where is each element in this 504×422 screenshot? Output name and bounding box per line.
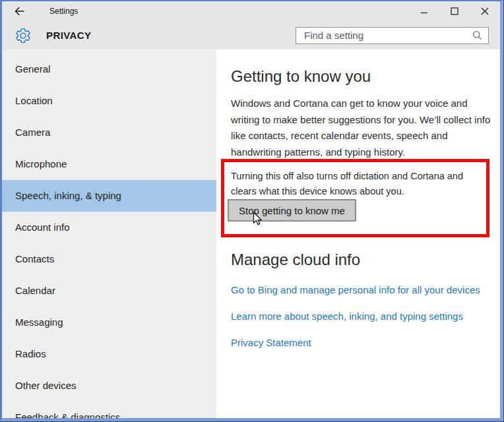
search-box[interactable]	[296, 27, 489, 44]
window-controls	[409, 1, 500, 21]
link-bing-personal-info[interactable]: Go to Bing and manage personal info for …	[231, 284, 480, 295]
section-heading-manage-cloud-info: Manage cloud info	[231, 251, 360, 269]
back-button[interactable]	[6, 1, 32, 21]
window-outer-frame: Settings	[0, 0, 504, 422]
search-icon[interactable]	[472, 30, 482, 40]
sidebar-item-radios[interactable]: Radios	[2, 338, 216, 370]
titlebar[interactable]: Settings	[2, 1, 500, 21]
minimize-icon	[420, 7, 428, 15]
main-content: Getting to know you Windows and Cortana …	[216, 49, 500, 418]
sidebar-item-contacts[interactable]: Contacts	[2, 243, 216, 275]
sidebar-item-general[interactable]: General	[2, 53, 216, 85]
sidebar-item-speech-inking-typing[interactable]: Speech, inking, & typing	[2, 180, 216, 212]
close-icon	[481, 7, 489, 15]
getting-to-know-you-description: Windows and Cortana can get to know your…	[231, 96, 497, 160]
link-learn-more-speech-settings[interactable]: Learn more about speech, inking, and typ…	[231, 311, 463, 322]
close-button[interactable]	[470, 1, 500, 21]
section-heading-getting-to-know-you: Getting to know you	[231, 67, 371, 86]
sidebar-item-account-info[interactable]: Account info	[2, 212, 216, 243]
sidebar-item-calendar[interactable]: Calendar	[2, 275, 216, 307]
sidebar-item-feedback-diagnostics[interactable]: Feedback & diagnostics	[2, 402, 216, 418]
window-chrome: Settings	[2, 1, 500, 49]
window-title: Settings	[49, 7, 78, 16]
page-title: PRIVACY	[46, 30, 91, 41]
sidebar-item-location[interactable]: Location	[2, 85, 216, 117]
minimize-button[interactable]	[409, 1, 439, 21]
sidebar-item-camera[interactable]: Camera	[2, 117, 216, 148]
sidebar-item-other-devices[interactable]: Other devices	[2, 370, 216, 402]
settings-window: Settings	[0, 0, 503, 421]
page-header: PRIVACY	[2, 21, 500, 49]
link-privacy-statement[interactable]: Privacy Statement	[231, 337, 311, 348]
red-annotation-box: Turning this off also turns off dictatio…	[221, 159, 489, 237]
maximize-icon	[451, 7, 458, 15]
sidebar-item-messaging[interactable]: Messaging	[2, 307, 216, 338]
maximize-button[interactable]	[439, 1, 470, 21]
stop-getting-to-know-me-button[interactable]: Stop getting to know me	[228, 199, 356, 222]
search-input[interactable]	[296, 30, 472, 41]
sidebar-item-microphone[interactable]: Microphone	[2, 148, 216, 180]
gear-icon	[15, 27, 32, 44]
turn-off-warning-text: Turning this off also turns off dictatio…	[231, 169, 488, 199]
back-arrow-icon	[14, 6, 25, 16]
privacy-nav-sidebar: General Location Camera Microphone Speec…	[2, 49, 216, 418]
